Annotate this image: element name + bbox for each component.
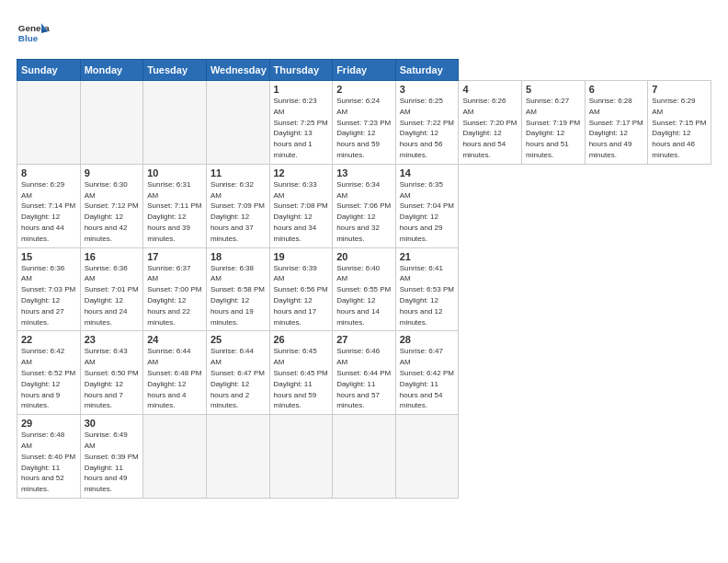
day-number: 25 [210, 334, 266, 345]
calendar-cell: 20 Sunrise: 6:40 AMSunset: 6:55 PMDaylig… [333, 247, 396, 331]
day-number: 20 [336, 251, 392, 262]
day-number: 13 [336, 167, 392, 178]
day-number: 17 [147, 251, 202, 262]
cell-info: Sunrise: 6:27 AMSunset: 7:19 PMDaylight:… [526, 97, 580, 159]
cell-info: Sunrise: 6:32 AMSunset: 7:09 PMDaylight:… [210, 180, 265, 243]
day-number: 8 [21, 167, 76, 178]
calendar-cell: 6 Sunrise: 6:28 AMSunset: 7:17 PMDayligh… [585, 81, 648, 165]
day-number: 29 [21, 418, 76, 429]
day-number: 23 [85, 334, 140, 345]
day-header-friday: Friday [333, 60, 396, 81]
day-number: 22 [21, 334, 76, 345]
cell-info: Sunrise: 6:34 AMSunset: 7:06 PMDaylight:… [336, 180, 391, 243]
calendar-cell [206, 81, 269, 165]
day-number: 5 [526, 84, 581, 95]
calendar-cell: 25 Sunrise: 6:44 AMSunset: 6:47 PMDaylig… [206, 331, 269, 415]
calendar-cell: 19 Sunrise: 6:39 AMSunset: 6:56 PMDaylig… [269, 247, 333, 331]
cell-info: Sunrise: 6:23 AMSunset: 7:25 PMDaylight:… [274, 97, 328, 159]
cell-info: Sunrise: 6:38 AMSunset: 6:58 PMDaylight:… [210, 264, 265, 327]
day-number: 11 [210, 167, 266, 178]
calendar-cell: 11 Sunrise: 6:32 AMSunset: 7:09 PMDaylig… [206, 164, 269, 247]
cell-info: Sunrise: 6:48 AMSunset: 6:40 PMDaylight:… [21, 431, 75, 493]
logo-icon: General Blue [17, 17, 50, 50]
cell-info: Sunrise: 6:47 AMSunset: 6:42 PMDaylight:… [400, 347, 454, 409]
cell-info: Sunrise: 6:44 AMSunset: 6:48 PMDaylight:… [147, 347, 201, 409]
calendar-cell: 2 Sunrise: 6:24 AMSunset: 7:23 PMDayligh… [333, 81, 396, 165]
day-number: 3 [400, 84, 455, 95]
calendar-cell: 15 Sunrise: 6:36 AMSunset: 7:03 PMDaylig… [17, 247, 81, 331]
week-row-3: 15 Sunrise: 6:36 AMSunset: 7:03 PMDaylig… [17, 247, 711, 331]
day-number: 24 [147, 334, 202, 345]
cell-info: Sunrise: 6:40 AMSunset: 6:55 PMDaylight:… [336, 264, 391, 327]
day-number: 30 [85, 418, 140, 429]
day-number: 9 [85, 167, 140, 178]
calendar-cell: 12 Sunrise: 6:33 AMSunset: 7:08 PMDaylig… [269, 164, 333, 247]
day-number: 2 [336, 84, 392, 95]
cell-info: Sunrise: 6:42 AMSunset: 6:52 PMDaylight:… [21, 347, 75, 409]
day-header-thursday: Thursday [269, 60, 333, 81]
calendar-cell: 30 Sunrise: 6:49 AMSunset: 6:39 PMDaylig… [80, 415, 143, 499]
day-header-monday: Monday [80, 60, 143, 81]
week-row-2: 8 Sunrise: 6:29 AMSunset: 7:14 PMDayligh… [17, 164, 711, 247]
cell-info: Sunrise: 6:24 AMSunset: 7:23 PMDaylight:… [336, 97, 391, 159]
cell-info: Sunrise: 6:29 AMSunset: 7:15 PMDaylight:… [652, 97, 706, 159]
day-header-saturday: Saturday [395, 60, 459, 81]
cell-info: Sunrise: 6:29 AMSunset: 7:14 PMDaylight:… [21, 180, 75, 243]
calendar-cell: 9 Sunrise: 6:30 AMSunset: 7:12 PMDayligh… [80, 164, 143, 247]
day-number: 7 [652, 84, 707, 95]
day-number: 4 [462, 84, 518, 95]
day-number: 21 [400, 251, 455, 262]
cell-info: Sunrise: 6:49 AMSunset: 6:39 PMDaylight:… [85, 431, 139, 493]
cell-info: Sunrise: 6:36 AMSunset: 7:01 PMDaylight:… [85, 264, 139, 327]
calendar-cell [143, 415, 207, 499]
week-row-4: 22 Sunrise: 6:42 AMSunset: 6:52 PMDaylig… [17, 331, 711, 415]
day-number: 28 [400, 334, 455, 345]
calendar-table: SundayMondayTuesdayWednesdayThursdayFrid… [17, 59, 711, 499]
day-number: 10 [147, 167, 202, 178]
cell-info: Sunrise: 6:33 AMSunset: 7:08 PMDaylight:… [274, 180, 328, 243]
cell-info: Sunrise: 6:36 AMSunset: 7:03 PMDaylight:… [21, 264, 75, 327]
cell-info: Sunrise: 6:43 AMSunset: 6:50 PMDaylight:… [85, 347, 139, 409]
day-number: 16 [85, 251, 140, 262]
calendar-cell [333, 415, 396, 499]
day-header-sunday: Sunday [17, 60, 81, 81]
day-number: 27 [336, 334, 392, 345]
day-number: 12 [274, 167, 329, 178]
calendar-cell: 1 Sunrise: 6:23 AMSunset: 7:25 PMDayligh… [269, 81, 333, 165]
cell-info: Sunrise: 6:26 AMSunset: 7:20 PMDaylight:… [462, 97, 517, 159]
calendar-cell: 28 Sunrise: 6:47 AMSunset: 6:42 PMDaylig… [395, 331, 459, 415]
cell-info: Sunrise: 6:25 AMSunset: 7:22 PMDaylight:… [400, 97, 454, 159]
cell-info: Sunrise: 6:44 AMSunset: 6:47 PMDaylight:… [210, 347, 265, 409]
calendar-cell: 18 Sunrise: 6:38 AMSunset: 6:58 PMDaylig… [206, 247, 269, 331]
calendar-cell: 27 Sunrise: 6:46 AMSunset: 6:44 PMDaylig… [333, 331, 396, 415]
day-number: 6 [589, 84, 644, 95]
calendar-cell: 4 Sunrise: 6:26 AMSunset: 7:20 PMDayligh… [459, 81, 522, 165]
calendar-cell: 16 Sunrise: 6:36 AMSunset: 7:01 PMDaylig… [80, 247, 143, 331]
calendar-cell [206, 415, 269, 499]
calendar-cell: 13 Sunrise: 6:34 AMSunset: 7:06 PMDaylig… [333, 164, 396, 247]
calendar-cell [395, 415, 459, 499]
calendar-cell: 26 Sunrise: 6:45 AMSunset: 6:45 PMDaylig… [269, 331, 333, 415]
calendar-cell: 21 Sunrise: 6:41 AMSunset: 6:53 PMDaylig… [395, 247, 459, 331]
day-number: 19 [274, 251, 329, 262]
calendar-cell: 17 Sunrise: 6:37 AMSunset: 7:00 PMDaylig… [143, 247, 207, 331]
cell-info: Sunrise: 6:41 AMSunset: 6:53 PMDaylight:… [400, 264, 454, 327]
day-number: 1 [274, 84, 329, 95]
calendar-cell [80, 81, 143, 165]
calendar-cell: 29 Sunrise: 6:48 AMSunset: 6:40 PMDaylig… [17, 415, 81, 499]
calendar-cell: 14 Sunrise: 6:35 AMSunset: 7:04 PMDaylig… [395, 164, 459, 247]
calendar-page: General Blue SundayMondayTuesdayWednesda… [0, 0, 728, 563]
header: General Blue [17, 17, 711, 50]
calendar-cell [269, 415, 333, 499]
cell-info: Sunrise: 6:31 AMSunset: 7:11 PMDaylight:… [147, 180, 201, 243]
cell-info: Sunrise: 6:46 AMSunset: 6:44 PMDaylight:… [336, 347, 391, 409]
calendar-cell: 22 Sunrise: 6:42 AMSunset: 6:52 PMDaylig… [17, 331, 81, 415]
day-number: 14 [400, 167, 455, 178]
calendar-cell: 5 Sunrise: 6:27 AMSunset: 7:19 PMDayligh… [522, 81, 586, 165]
cell-info: Sunrise: 6:45 AMSunset: 6:45 PMDaylight:… [274, 347, 328, 409]
day-header-wednesday: Wednesday [206, 60, 269, 81]
cell-info: Sunrise: 6:39 AMSunset: 6:56 PMDaylight:… [274, 264, 328, 327]
cell-info: Sunrise: 6:35 AMSunset: 7:04 PMDaylight:… [400, 180, 454, 243]
calendar-cell [143, 81, 207, 165]
calendar-cell: 7 Sunrise: 6:29 AMSunset: 7:15 PMDayligh… [648, 81, 711, 165]
